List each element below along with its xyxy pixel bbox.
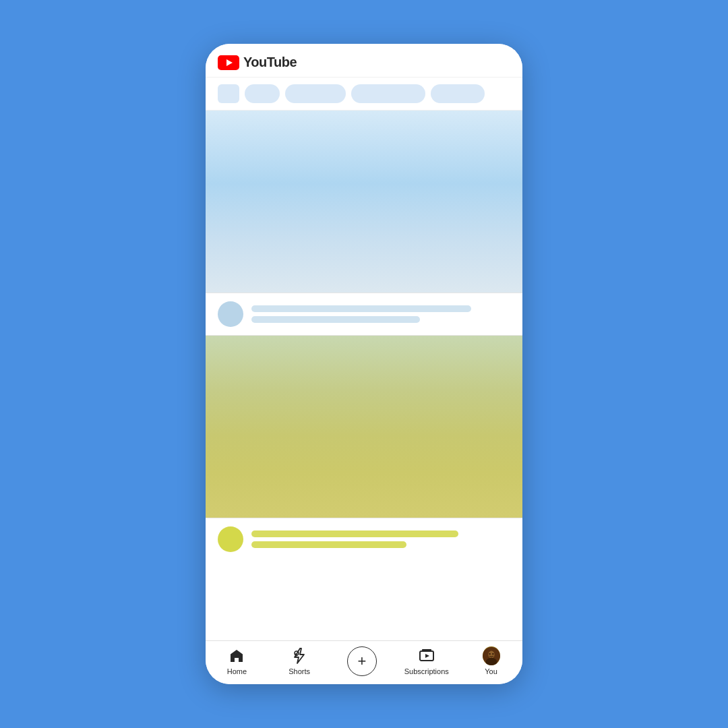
- yt-play-icon: [218, 55, 239, 70]
- svg-rect-4: [422, 649, 431, 651]
- nav-item-home[interactable]: Home: [216, 647, 257, 675]
- nav-item-subscriptions[interactable]: Subscriptions: [404, 647, 449, 675]
- filter-chip-3[interactable]: [351, 84, 425, 103]
- nav-label-you: You: [485, 667, 497, 675]
- nav-item-you[interactable]: You: [471, 647, 512, 675]
- video-meta-2: [206, 518, 522, 560]
- nav-label-shorts: Shorts: [289, 667, 310, 675]
- video-title-line-1: [251, 305, 471, 312]
- video-thumbnail-2[interactable]: [206, 336, 522, 518]
- filter-chips-row: [206, 78, 522, 111]
- content-area: [206, 111, 522, 640]
- youtube-logo[interactable]: YouTube: [218, 55, 297, 70]
- video-info-1: [251, 305, 510, 323]
- video-subtitle-line-2: [251, 541, 406, 548]
- svg-marker-5: [425, 654, 429, 658]
- app-header: YouTube: [206, 44, 522, 78]
- create-button[interactable]: +: [347, 646, 377, 676]
- subscriptions-icon: [418, 647, 435, 665]
- nav-label-home: Home: [227, 667, 247, 675]
- bottom-nav: Home Shorts +: [206, 640, 522, 684]
- svg-point-9: [489, 653, 490, 655]
- svg-point-10: [492, 653, 493, 655]
- video-thumbnail-1[interactable]: [206, 111, 522, 293]
- plus-icon: +: [358, 654, 367, 669]
- video-title-line-2: [251, 530, 458, 537]
- video-info-2: [251, 530, 510, 548]
- home-icon: [228, 647, 245, 665]
- filter-chip-1[interactable]: [245, 84, 280, 103]
- nav-item-shorts[interactable]: Shorts: [279, 647, 320, 675]
- video-meta-1: [206, 293, 522, 335]
- user-avatar: [483, 646, 500, 665]
- profile-icon: [483, 647, 500, 665]
- youtube-wordmark: YouTube: [243, 55, 297, 70]
- channel-avatar-2: [218, 526, 243, 552]
- filter-chip-square[interactable]: [218, 84, 239, 103]
- filter-chip-2[interactable]: [285, 84, 346, 103]
- phone-frame: YouTube: [206, 44, 522, 684]
- nav-item-create[interactable]: +: [342, 646, 382, 676]
- nav-label-subscriptions: Subscriptions: [404, 667, 449, 675]
- video-subtitle-line-1: [251, 316, 420, 323]
- channel-avatar-1: [218, 301, 243, 327]
- shorts-icon: [291, 647, 308, 665]
- svg-point-7: [488, 651, 494, 659]
- filter-chip-4[interactable]: [431, 84, 485, 103]
